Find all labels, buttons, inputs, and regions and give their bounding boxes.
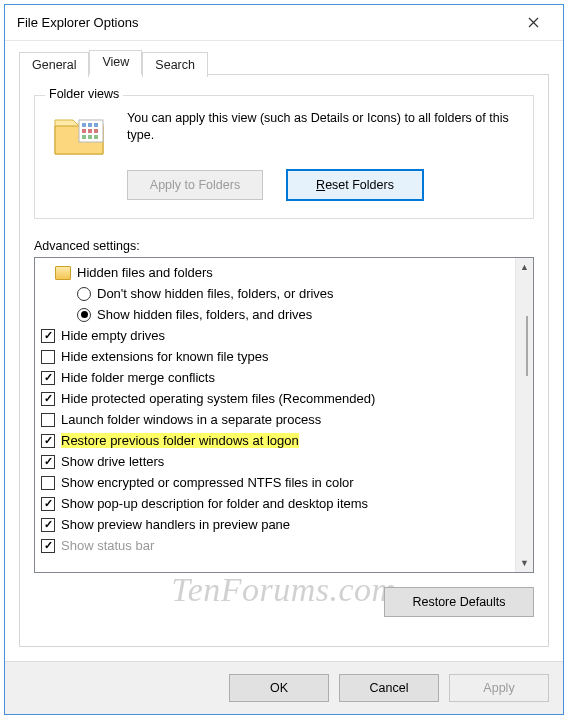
tree-viewport[interactable]: Hidden files and foldersDon't show hidde… — [35, 258, 515, 572]
tree-row[interactable]: Show drive letters — [41, 451, 513, 472]
checkbox[interactable] — [41, 518, 55, 532]
advanced-settings-tree: Hidden files and foldersDon't show hidde… — [34, 257, 534, 573]
svg-rect-2 — [88, 123, 92, 127]
folder-views-text: You can apply this view (such as Details… — [127, 110, 519, 144]
checkbox[interactable] — [41, 329, 55, 343]
checkbox[interactable] — [41, 434, 55, 448]
titlebar: File Explorer Options — [5, 5, 563, 41]
tree-row[interactable]: Hide extensions for known file types — [41, 346, 513, 367]
svg-rect-4 — [82, 129, 86, 133]
tree-row-label: Hide protected operating system files (R… — [57, 388, 375, 409]
folder-views-icon — [49, 110, 113, 158]
tree-row[interactable]: Restore previous folder windows at logon — [41, 430, 513, 451]
svg-rect-9 — [94, 135, 98, 139]
checkbox[interactable] — [41, 350, 55, 364]
checkbox[interactable] — [41, 371, 55, 385]
tree-row[interactable]: Show encrypted or compressed NTFS files … — [41, 472, 513, 493]
radio-button[interactable] — [77, 287, 91, 301]
tree-row[interactable]: Hide protected operating system files (R… — [41, 388, 513, 409]
folder-icon — [55, 266, 71, 280]
svg-rect-7 — [82, 135, 86, 139]
tree-row-label: Show encrypted or compressed NTFS files … — [57, 472, 354, 493]
svg-rect-8 — [88, 135, 92, 139]
close-icon — [528, 17, 539, 28]
tree-row[interactable]: Show preview handlers in preview pane — [41, 514, 513, 535]
reset-folders-button[interactable]: Reset Folders — [287, 170, 423, 200]
checkbox[interactable] — [41, 413, 55, 427]
tree-row-label: Hide extensions for known file types — [57, 346, 268, 367]
restore-defaults-button[interactable]: Restore Defaults — [384, 587, 534, 617]
dialog-footer: OK Cancel Apply — [5, 661, 563, 714]
cancel-button[interactable]: Cancel — [339, 674, 439, 702]
tree-row-label: Show status bar — [57, 535, 154, 556]
tree-row-label: Hidden files and folders — [73, 262, 213, 283]
close-button[interactable] — [511, 9, 555, 37]
tree-row[interactable]: Show pop-up description for folder and d… — [41, 493, 513, 514]
tree-row[interactable]: Show status bar — [41, 535, 513, 556]
tree-row-label: Restore previous folder windows at logon — [57, 430, 299, 451]
tree-row[interactable]: Hidden files and folders — [41, 262, 513, 283]
tree-row-label: Hide empty drives — [57, 325, 165, 346]
scrollbar[interactable]: ▲ ▼ — [515, 258, 533, 572]
scroll-down-icon[interactable]: ▼ — [516, 554, 533, 572]
tab-panel-view: Folder views You can apply this view (su… — [19, 74, 549, 647]
tree-row[interactable]: Don't show hidden files, folders, or dri… — [41, 283, 513, 304]
window-title: File Explorer Options — [17, 15, 511, 30]
scroll-thumb[interactable] — [526, 316, 528, 376]
tree-row[interactable]: Launch folder windows in a separate proc… — [41, 409, 513, 430]
tree-row[interactable]: Show hidden files, folders, and drives — [41, 304, 513, 325]
tab-general[interactable]: General — [19, 52, 89, 77]
tree-row[interactable]: Hide empty drives — [41, 325, 513, 346]
groupbox-folder-views: Folder views You can apply this view (su… — [34, 95, 534, 219]
checkbox[interactable] — [41, 392, 55, 406]
svg-rect-3 — [94, 123, 98, 127]
tab-search[interactable]: Search — [142, 52, 208, 77]
tabstrip: General View Search — [19, 50, 549, 75]
svg-rect-6 — [94, 129, 98, 133]
client-area: General View Search Folder views — [5, 41, 563, 661]
tree-row-label: Hide folder merge conflicts — [57, 367, 215, 388]
checkbox[interactable] — [41, 497, 55, 511]
advanced-settings-label: Advanced settings: — [34, 239, 534, 253]
dialog-window: File Explorer Options General View Searc… — [4, 4, 564, 715]
tree-row-label: Show pop-up description for folder and d… — [57, 493, 368, 514]
checkbox[interactable] — [41, 539, 55, 553]
tree-row-label: Launch folder windows in a separate proc… — [57, 409, 321, 430]
tree-row-label: Show drive letters — [57, 451, 164, 472]
tree-row-label: Show preview handlers in preview pane — [57, 514, 290, 535]
tree-row-label: Don't show hidden files, folders, or dri… — [93, 283, 334, 304]
svg-rect-5 — [88, 129, 92, 133]
radio-button[interactable] — [77, 308, 91, 322]
tree-row-label: Show hidden files, folders, and drives — [93, 304, 312, 325]
svg-rect-1 — [82, 123, 86, 127]
tab-view[interactable]: View — [89, 50, 142, 75]
tree-row[interactable]: Hide folder merge conflicts — [41, 367, 513, 388]
scroll-up-icon[interactable]: ▲ — [516, 258, 533, 276]
apply-to-folders-button: Apply to Folders — [127, 170, 263, 200]
groupbox-legend: Folder views — [45, 87, 123, 101]
checkbox[interactable] — [41, 476, 55, 490]
checkbox[interactable] — [41, 455, 55, 469]
ok-button[interactable]: OK — [229, 674, 329, 702]
apply-button: Apply — [449, 674, 549, 702]
